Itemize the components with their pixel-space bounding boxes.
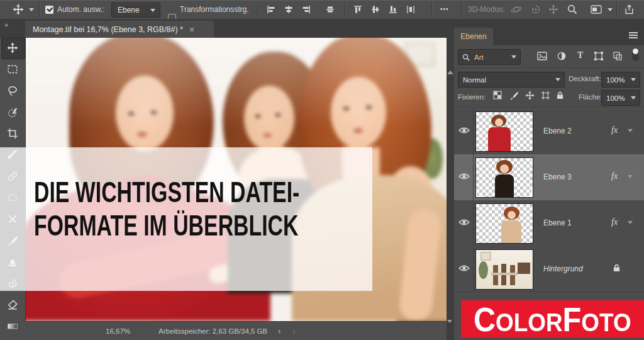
filter-smart-object-icon[interactable]	[613, 51, 623, 61]
filter-shape-icon[interactable]	[594, 51, 604, 61]
opacity-label: Deckkraft:	[569, 75, 601, 82]
scroll-down-icon[interactable]	[447, 320, 452, 323]
divider	[473, 246, 474, 292]
align-top-button[interactable]	[353, 5, 362, 14]
layer-name-background[interactable]: Hintergrund	[543, 264, 583, 273]
align-middle-strip-button[interactable]	[326, 5, 335, 14]
auto-select-value: Ebene	[112, 6, 150, 14]
status-next-chevron[interactable]: ›	[278, 322, 280, 340]
layer-name[interactable]: Ebene 1	[543, 218, 572, 227]
logo-letter: F	[563, 302, 582, 336]
document-tab[interactable]: Montage.tif bei 16,7% (Ebene 3, RGB/8#) …	[25, 21, 214, 38]
panel-gutter	[447, 19, 454, 340]
fill-value: 100%	[602, 94, 631, 102]
status-prev-chevron[interactable]: ‹	[293, 322, 296, 340]
screen-mode-chevron-icon[interactable]	[608, 8, 613, 11]
move-tool-option-icon[interactable]	[13, 4, 24, 15]
panel-tab-strip	[493, 28, 644, 45]
photoshop-window: Autom. ausw.: Ebene Transformationsstrg.…	[0, 0, 644, 340]
close-tab-icon[interactable]: ×	[189, 25, 194, 34]
layer-thumbnail[interactable]	[475, 203, 533, 244]
move-tool[interactable]	[7, 42, 18, 54]
fx-expand-chevron-icon[interactable]	[628, 129, 633, 132]
align-right-button[interactable]	[302, 5, 311, 14]
zoom-level-field[interactable]: 16,67%	[106, 322, 130, 340]
visibility-eye-icon[interactable]	[458, 218, 471, 227]
layer-thumbnail-selected[interactable]	[475, 157, 533, 198]
headline-overlay-band: DIE WICHTIGSTEN DATEI- FORMATE IM ÜBERBL…	[0, 147, 372, 291]
lock-artboard-icon[interactable]	[541, 91, 551, 101]
filter-toggle-switch[interactable]	[632, 48, 639, 61]
fx-expand-chevron-icon[interactable]	[628, 221, 633, 224]
auto-select-dropdown[interactable]: Ebene	[111, 3, 160, 18]
quick-selection-tool[interactable]	[7, 106, 18, 118]
layer-row-ebene-1[interactable]: Ebene 1 fx	[454, 200, 644, 247]
distribute-horizontal-button[interactable]	[406, 5, 415, 14]
divider	[39, 3, 40, 16]
lock-position-icon[interactable]	[525, 91, 535, 101]
layer-thumbnail-background[interactable]	[475, 249, 533, 290]
blend-mode-dropdown[interactable]: Normal	[458, 72, 565, 88]
filter-adjustment-icon[interactable]	[557, 52, 566, 60]
divider	[454, 107, 644, 108]
fx-expand-chevron-icon[interactable]	[628, 175, 633, 178]
share-export-icon[interactable]	[624, 4, 635, 14]
transform-controls-label: Transformationsstrg.	[180, 0, 249, 19]
layer-fx-badge[interactable]: fx	[611, 217, 618, 227]
tool-preset-chevron-icon[interactable]	[29, 8, 34, 11]
more-align-options-button[interactable]: •••	[440, 0, 449, 19]
toolbar-collapse-button[interactable]: »	[4, 21, 9, 28]
visibility-eye-icon[interactable]	[458, 173, 471, 181]
lasso-tool[interactable]	[7, 85, 18, 96]
align-center-vertical-button[interactable]	[371, 5, 380, 14]
align-center-horizontal-button[interactable]	[284, 5, 293, 14]
pan-3d-icon	[548, 4, 558, 14]
lock-pixels-icon[interactable]	[509, 91, 519, 101]
lock-transparency-icon[interactable]	[493, 91, 503, 101]
layer-row-ebene-2[interactable]: Ebene 2 fx	[454, 108, 644, 155]
align-bottom-button[interactable]	[389, 5, 397, 14]
layer-fx-badge[interactable]: fx	[611, 171, 618, 181]
crop-tool[interactable]	[7, 128, 18, 139]
chevron-down-icon	[631, 78, 636, 81]
lock-all-icon[interactable]	[556, 91, 566, 101]
gradient-tool[interactable]	[7, 320, 18, 332]
zoom-search-icon[interactable]	[567, 4, 577, 14]
layer-name[interactable]: Ebene 3	[543, 173, 572, 181]
filter-image-icon[interactable]	[537, 52, 547, 60]
layer-filter-value: Art	[470, 54, 511, 61]
divider	[462, 3, 462, 16]
layer-filter-dropdown[interactable]: Art	[458, 49, 521, 65]
panel-menu-icon[interactable]	[629, 32, 638, 38]
scroll-up-icon[interactable]	[447, 71, 453, 74]
thumb-chair	[510, 265, 515, 285]
fill-label: Fläche:	[579, 93, 602, 101]
thumb-red-body	[488, 127, 511, 151]
layer-name[interactable]: Ebene 2	[543, 127, 572, 135]
layer-row-ebene-3-selected[interactable]: Ebene 3 fx	[454, 154, 644, 201]
auto-select-label: Autom. ausw.:	[57, 0, 104, 19]
screen-mode-icon[interactable]	[590, 5, 602, 14]
opacity-value: 100%	[602, 76, 631, 84]
visibility-eye-icon[interactable]	[458, 127, 471, 135]
opacity-field[interactable]: 100%	[601, 72, 640, 88]
layer-fx-badge[interactable]: fx	[611, 125, 618, 135]
chevron-down-icon	[511, 55, 516, 59]
tab-ebenen[interactable]: Ebenen	[454, 28, 493, 45]
visibility-eye-icon[interactable]	[458, 264, 471, 273]
logo-letters: OLOR	[496, 310, 563, 336]
thumb-table	[491, 273, 518, 275]
layer-thumbnail[interactable]	[475, 111, 533, 152]
auto-select-checkbox[interactable]	[45, 6, 53, 14]
roll-3d-icon	[531, 4, 541, 14]
colorfoto-logo-text: COLORFOTO	[474, 302, 631, 336]
mode-3d-label: 3D-Modus:	[468, 0, 505, 19]
fill-field[interactable]: 100%	[601, 90, 640, 106]
divider	[616, 3, 617, 16]
eraser-tool[interactable]	[7, 299, 18, 310]
layer-row-hintergrund[interactable]: Hintergrund	[454, 246, 644, 292]
align-left-button[interactable]	[267, 5, 275, 14]
divider	[454, 68, 644, 69]
filter-type-icon[interactable]: T	[577, 50, 583, 60]
marquee-tool[interactable]	[7, 64, 18, 75]
